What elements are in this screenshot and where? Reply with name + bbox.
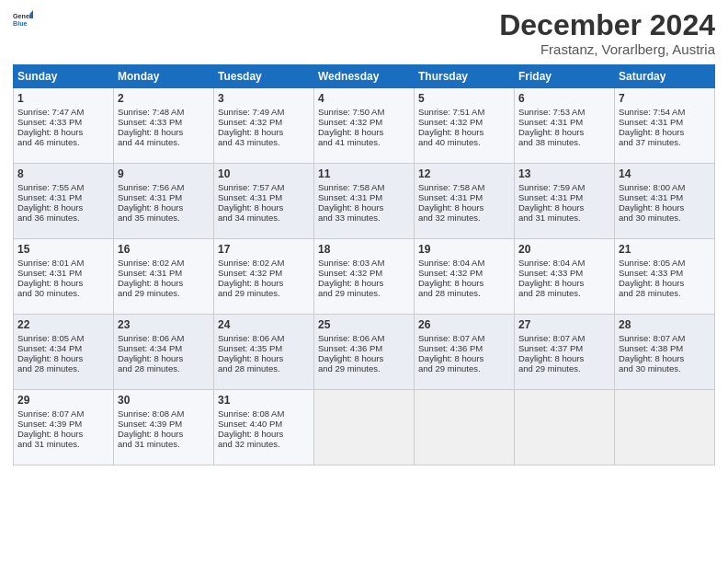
calendar-cell: 24Sunrise: 8:06 AMSunset: 4:35 PMDayligh… — [214, 315, 314, 390]
day-number: 13 — [518, 167, 610, 180]
day-number: 16 — [118, 243, 210, 256]
cell-line: Daylight: 8 hours — [619, 127, 711, 137]
cell-line: Daylight: 8 hours — [518, 278, 610, 288]
calendar-table: SundayMondayTuesdayWednesdayThursdayFrid… — [13, 64, 715, 465]
cell-line: Sunrise: 7:55 AM — [17, 182, 109, 192]
cell-line: Sunrise: 8:05 AM — [17, 333, 109, 343]
day-number: 18 — [318, 243, 410, 256]
cell-line: Daylight: 8 hours — [318, 202, 410, 213]
cell-line: Sunrise: 8:06 AM — [318, 333, 410, 343]
cell-line: Sunset: 4:31 PM — [218, 192, 310, 202]
day-number: 12 — [418, 167, 510, 180]
calendar-cell: 3Sunrise: 7:49 AMSunset: 4:32 PMDaylight… — [214, 88, 314, 164]
cell-line: Sunrise: 7:57 AM — [218, 182, 310, 192]
cell-line: Sunrise: 7:54 AM — [619, 107, 711, 117]
calendar-cell: 29Sunrise: 8:07 AMSunset: 4:39 PMDayligh… — [14, 390, 114, 465]
cell-line: Sunset: 4:39 PM — [17, 419, 109, 429]
calendar-cell: 28Sunrise: 8:07 AMSunset: 4:38 PMDayligh… — [615, 315, 715, 390]
cell-line: and 29 minutes. — [318, 363, 410, 373]
calendar-cell: 12Sunrise: 7:58 AMSunset: 4:31 PMDayligh… — [415, 164, 515, 239]
cell-line: Daylight: 8 hours — [118, 353, 210, 363]
cell-line: Sunset: 4:31 PM — [518, 192, 610, 202]
cell-line: and 35 minutes. — [118, 213, 210, 223]
day-number: 27 — [518, 318, 610, 331]
svg-text:Blue: Blue — [13, 20, 28, 28]
calendar-cell: 6Sunrise: 7:53 AMSunset: 4:31 PMDaylight… — [515, 88, 615, 164]
week-row-3: 22Sunrise: 8:05 AMSunset: 4:34 PMDayligh… — [14, 315, 715, 390]
calendar-cell: 11Sunrise: 7:58 AMSunset: 4:31 PMDayligh… — [314, 164, 415, 239]
cell-line: Daylight: 8 hours — [518, 202, 610, 213]
cell-line: Sunrise: 8:00 AM — [619, 182, 711, 192]
cell-line: Daylight: 8 hours — [17, 353, 109, 363]
cell-line: Sunset: 4:31 PM — [118, 192, 210, 202]
cell-line: and 36 minutes. — [17, 213, 109, 223]
cell-line: Sunset: 4:33 PM — [17, 117, 109, 127]
cell-line: Sunrise: 8:07 AM — [17, 408, 109, 419]
cell-line: Sunrise: 7:53 AM — [518, 107, 610, 117]
cell-line: Sunset: 4:31 PM — [619, 192, 711, 202]
cell-line: Daylight: 8 hours — [218, 278, 310, 288]
cell-line: Sunrise: 7:50 AM — [318, 107, 410, 117]
cell-line: Sunset: 4:32 PM — [218, 268, 310, 278]
cell-line: Sunrise: 8:08 AM — [118, 408, 210, 419]
cell-line: and 34 minutes. — [218, 213, 310, 223]
day-number: 6 — [518, 92, 610, 105]
cell-line: and 46 minutes. — [17, 137, 109, 147]
cell-line: Sunset: 4:31 PM — [418, 192, 510, 202]
day-number: 26 — [418, 318, 510, 331]
cell-line: Sunset: 4:33 PM — [118, 117, 210, 127]
calendar-cell: 14Sunrise: 8:00 AMSunset: 4:31 PMDayligh… — [615, 164, 715, 239]
cell-line: Sunset: 4:32 PM — [418, 117, 510, 127]
day-number: 25 — [318, 318, 410, 331]
calendar-cell: 1Sunrise: 7:47 AMSunset: 4:33 PMDaylight… — [14, 88, 114, 164]
day-header-wednesday: Wednesday — [314, 65, 415, 88]
calendar-cell: 16Sunrise: 8:02 AMSunset: 4:31 PMDayligh… — [114, 239, 214, 315]
cell-line: and 28 minutes. — [418, 288, 510, 298]
day-number: 8 — [17, 167, 109, 180]
day-header-friday: Friday — [515, 65, 615, 88]
cell-line: Daylight: 8 hours — [17, 202, 109, 213]
cell-line: Sunset: 4:32 PM — [318, 117, 410, 127]
calendar-cell: 26Sunrise: 8:07 AMSunset: 4:36 PMDayligh… — [415, 315, 515, 390]
cell-line: Sunset: 4:32 PM — [418, 268, 510, 278]
cell-line: Sunset: 4:40 PM — [218, 419, 310, 429]
logo-icon: General Blue — [13, 9, 33, 29]
calendar-cell: 17Sunrise: 8:02 AMSunset: 4:32 PMDayligh… — [214, 239, 314, 315]
cell-line: Sunset: 4:31 PM — [118, 268, 210, 278]
cell-line: Daylight: 8 hours — [318, 353, 410, 363]
cell-line: Sunrise: 8:04 AM — [518, 258, 610, 268]
day-header-tuesday: Tuesday — [214, 65, 314, 88]
cell-line: and 29 minutes. — [518, 363, 610, 373]
day-number: 2 — [118, 92, 210, 105]
cell-line: and 28 minutes. — [619, 288, 711, 298]
cell-line: and 30 minutes. — [17, 288, 109, 298]
cell-line: Sunrise: 7:58 AM — [318, 182, 410, 192]
cell-line: Daylight: 8 hours — [17, 127, 109, 137]
day-number: 19 — [418, 243, 510, 256]
day-number: 22 — [17, 318, 109, 331]
page-container: General Blue December 2024 Frastanz, Vor… — [0, 0, 728, 563]
cell-line: Sunset: 4:35 PM — [218, 343, 310, 353]
cell-line: Sunrise: 8:02 AM — [218, 258, 310, 268]
svg-marker-2 — [30, 10, 33, 18]
cell-line: Daylight: 8 hours — [418, 353, 510, 363]
day-number: 28 — [619, 318, 711, 331]
cell-line: and 43 minutes. — [218, 137, 310, 147]
calendar-cell: 19Sunrise: 8:04 AMSunset: 4:32 PMDayligh… — [415, 239, 515, 315]
cell-line: Daylight: 8 hours — [17, 278, 109, 288]
cell-line: Sunrise: 8:06 AM — [218, 333, 310, 343]
day-header-monday: Monday — [114, 65, 214, 88]
cell-line: Daylight: 8 hours — [118, 278, 210, 288]
calendar-body: 1Sunrise: 7:47 AMSunset: 4:33 PMDaylight… — [14, 88, 715, 465]
day-header-thursday: Thursday — [415, 65, 515, 88]
cell-line: and 28 minutes. — [118, 363, 210, 373]
cell-line: Sunrise: 7:49 AM — [218, 107, 310, 117]
cell-line: Daylight: 8 hours — [619, 202, 711, 213]
cell-line: Sunrise: 8:02 AM — [118, 258, 210, 268]
calendar-cell: 13Sunrise: 7:59 AMSunset: 4:31 PMDayligh… — [515, 164, 615, 239]
calendar-cell — [615, 390, 715, 465]
cell-line: Sunset: 4:36 PM — [418, 343, 510, 353]
cell-line: and 31 minutes. — [17, 439, 109, 449]
calendar-cell: 9Sunrise: 7:56 AMSunset: 4:31 PMDaylight… — [114, 164, 214, 239]
cell-line: Sunset: 4:31 PM — [619, 117, 711, 127]
